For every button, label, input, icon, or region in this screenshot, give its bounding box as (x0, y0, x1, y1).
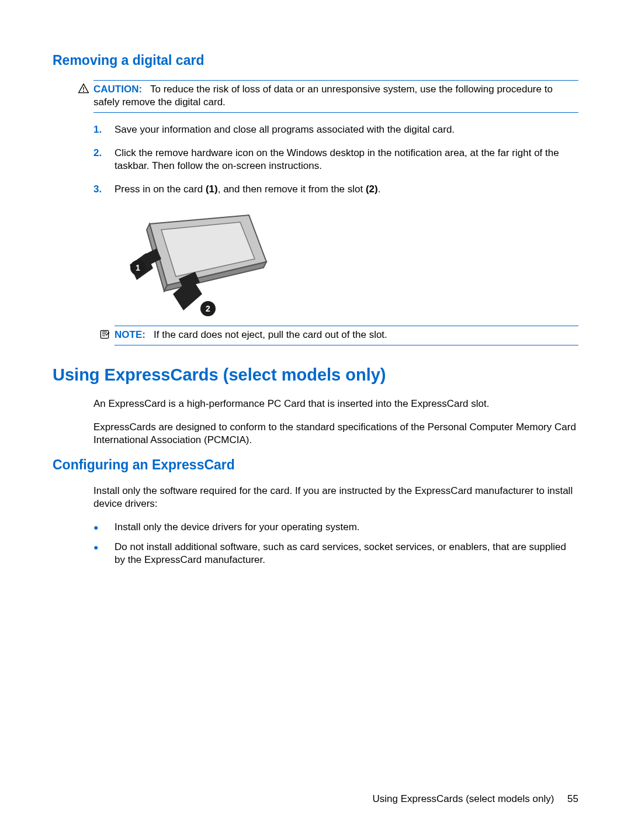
svg-text:1: 1 (136, 263, 140, 272)
page-number: 55 (567, 793, 578, 804)
caution-text: To reduce the risk of loss of data or an… (93, 84, 553, 108)
card-removal-illustration: 1 2 (115, 206, 578, 320)
heading-removing-digital-card: Removing a digital card (53, 53, 578, 68)
page-footer: Using ExpressCards (select models only) … (373, 793, 579, 805)
step3-post: . (378, 184, 381, 195)
svg-text:2: 2 (206, 304, 210, 313)
configure-bullet-list: ● Install only the device drivers for yo… (93, 521, 578, 566)
configure-para: Install only the software required for t… (93, 485, 578, 510)
caution-icon (77, 83, 90, 96)
step3-mid: , and then remove it from the slot (218, 184, 366, 195)
caution-label: CAUTION: (93, 84, 142, 95)
step-2: 2. Click the remove hardware icon on the… (93, 147, 578, 172)
list-item: ● Install only the device drivers for yo… (93, 521, 578, 534)
bullet-text: Do not install additional software, such… (115, 541, 578, 566)
note-text: If the card does not eject, pull the car… (154, 329, 387, 340)
heading-configuring-expresscard: Configuring an ExpressCard (53, 457, 578, 473)
note-admonition: NOTE: If the card does not eject, pull t… (115, 326, 578, 345)
heading-expresscards: Using ExpressCards (select models only) (53, 365, 578, 385)
caution-admonition: CAUTION: To reduce the risk of loss of d… (93, 80, 578, 113)
step-number: 3. (93, 183, 115, 196)
expresscard-para-1: An ExpressCard is a high-performance PC … (93, 397, 578, 410)
footer-text: Using ExpressCards (select models only) (373, 793, 554, 804)
step-3: 3. Press in on the card (1), and then re… (93, 183, 578, 196)
step-1: 1. Save your information and close all p… (93, 123, 578, 136)
step-text: Click the remove hardware icon on the Wi… (115, 147, 578, 172)
step-number: 2. (93, 147, 115, 172)
svg-marker-16 (109, 332, 110, 334)
bullet-icon: ● (93, 541, 115, 566)
steps-list: 1. Save your information and close all p… (93, 123, 578, 196)
svg-point-2 (83, 91, 84, 92)
expresscard-para-2: ExpressCards are designed to conform to … (93, 421, 578, 447)
step3-pre: Press in on the card (115, 184, 206, 195)
note-icon (98, 329, 111, 341)
note-content: NOTE: If the card does not eject, pull t… (115, 329, 387, 340)
step3-callout-2: (2) (366, 184, 378, 195)
page: Removing a digital card CAUTION: To redu… (0, 0, 631, 840)
bullet-text: Install only the device drivers for your… (115, 521, 578, 534)
list-item: ● Do not install additional software, su… (93, 541, 578, 566)
step-text: Save your information and close all prog… (115, 123, 578, 136)
step3-callout-1: (1) (206, 184, 218, 195)
note-label: NOTE: (115, 329, 145, 340)
step-number: 1. (93, 123, 115, 136)
step-text: Press in on the card (1), and then remov… (115, 183, 578, 196)
bullet-icon: ● (93, 521, 115, 534)
caution-content: CAUTION: To reduce the risk of loss of d… (93, 84, 553, 108)
